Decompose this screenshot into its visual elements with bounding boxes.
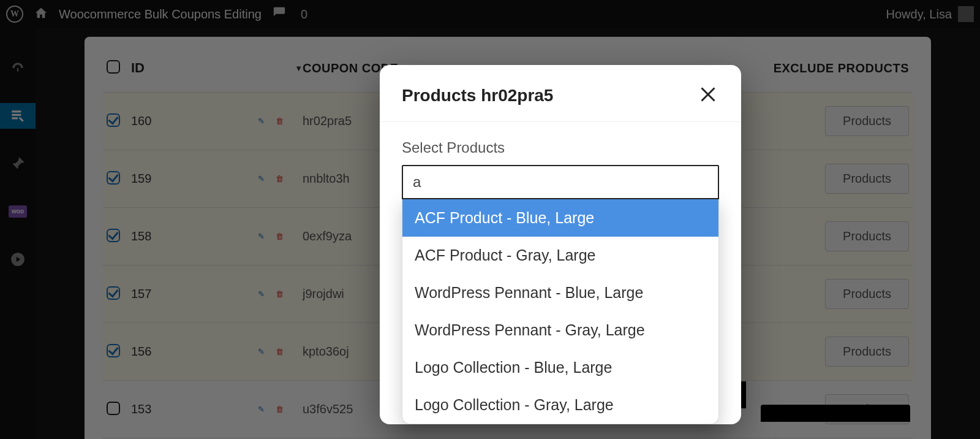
select-products-input[interactable] [402, 165, 719, 199]
product-option[interactable]: WordPress Pennant - Blue, Large [402, 274, 718, 311]
product-option[interactable]: WordPress Pennant - Gray, Large [402, 311, 718, 349]
products-modal: Products hr02pra5 Select Products ACF Pr… [380, 65, 741, 424]
product-option[interactable]: Logo Collection - Gray, Large [402, 386, 718, 424]
modal-title: Products hr02pra5 [402, 86, 553, 105]
product-option[interactable]: ACF Product - Blue, Large [402, 199, 718, 237]
close-icon[interactable] [697, 83, 719, 108]
product-option[interactable]: Logo Collection - Blue, Large [402, 349, 718, 386]
products-dropdown: ACF Product - Blue, LargeACF Product - G… [402, 199, 719, 424]
product-option[interactable]: ACF Product - Gray, Large [402, 237, 718, 274]
select-products-label: Select Products [402, 139, 719, 156]
